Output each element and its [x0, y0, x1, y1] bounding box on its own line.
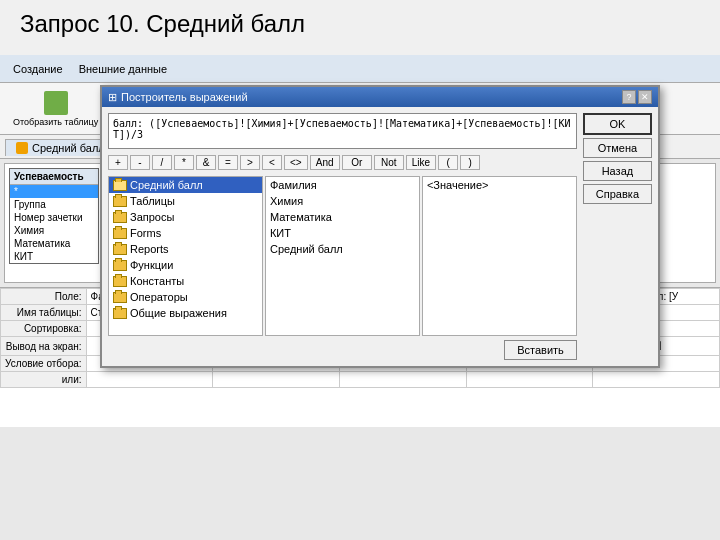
tree-col-2[interactable]: Фамилия Химия Математика КИТ Средний бал	[265, 176, 420, 336]
tree-item-tablitsy[interactable]: Таблицы	[109, 193, 262, 209]
dialog-action-buttons: OK Отмена Назад Справка	[583, 113, 652, 360]
folder-icon-forms	[113, 228, 127, 239]
folder-icon-reports	[113, 244, 127, 255]
tree-col-3[interactable]: <Значение>	[422, 176, 577, 336]
op-lparen[interactable]: (	[438, 155, 458, 170]
op-lt[interactable]: <	[262, 155, 282, 170]
op-plus[interactable]: +	[108, 155, 128, 170]
dialog-bottom-buttons: Вставить	[108, 340, 577, 360]
insert-button[interactable]: Вставить	[504, 340, 577, 360]
tree-label-himiya: Химия	[270, 195, 303, 207]
tree-label-familiya: Фамилия	[270, 179, 317, 191]
folder-open-icon	[113, 180, 127, 191]
tree-item-kit[interactable]: КИТ	[266, 225, 419, 241]
tree-label-kit: КИТ	[270, 227, 291, 239]
dialog-title-left: ⊞ Построитель выражений	[108, 91, 248, 104]
dialog-window-buttons: ? ✕	[622, 90, 652, 104]
operator-row: + - / * & = > < <> And Or Not Like ( )	[108, 155, 577, 170]
tree-area: Средний балл Таблицы Запросы Forms	[108, 176, 577, 336]
tree-item-matematika[interactable]: Математика	[266, 209, 419, 225]
op-minus[interactable]: -	[130, 155, 150, 170]
folder-icon-tablitsy	[113, 196, 127, 207]
tree-item-himiya[interactable]: Химия	[266, 193, 419, 209]
dialog-title-bar: ⊞ Построитель выражений ? ✕	[102, 87, 658, 107]
op-gt[interactable]: >	[240, 155, 260, 170]
tree-label-tablitsy: Таблицы	[130, 195, 175, 207]
op-multiply[interactable]: *	[174, 155, 194, 170]
folder-icon-funkcii	[113, 260, 127, 271]
tree-label-sredball: Средний балл	[270, 243, 343, 255]
op-ne[interactable]: <>	[284, 155, 308, 170]
folder-icon-konstanty	[113, 276, 127, 287]
tree-item-value[interactable]: <Значение>	[423, 177, 576, 193]
op-or[interactable]: Or	[342, 155, 372, 170]
tree-item-sredний-балл[interactable]: Средний балл	[109, 177, 262, 193]
dialog-overlay: ⊞ Построитель выражений ? ✕ балл: ([Успе…	[0, 55, 720, 540]
op-and[interactable]: And	[310, 155, 340, 170]
folder-icon-obshie	[113, 308, 127, 319]
op-amp[interactable]: &	[196, 155, 216, 170]
dialog-help-btn[interactable]: ?	[622, 90, 636, 104]
dialog-main: балл: ([Успеваемость]![Химия]+[Успеваемо…	[108, 113, 577, 360]
cancel-button[interactable]: Отмена	[583, 138, 652, 158]
expression-area[interactable]: балл: ([Успеваемость]![Химия]+[Успеваемо…	[108, 113, 577, 149]
tree-label-reports: Reports	[130, 243, 169, 255]
tree-item-familiya[interactable]: Фамилия	[266, 177, 419, 193]
tree-label-value: <Значение>	[427, 179, 489, 191]
dialog-title-icon: ⊞	[108, 91, 117, 104]
ok-button[interactable]: OK	[583, 113, 652, 135]
dialog-close-btn[interactable]: ✕	[638, 90, 652, 104]
folder-icon-zaprosy	[113, 212, 127, 223]
op-eq[interactable]: =	[218, 155, 238, 170]
tree-label-matematika: Математика	[270, 211, 332, 223]
tree-item-obshie[interactable]: Общие выражения	[109, 305, 262, 321]
dialog-content: балл: ([Успеваемость]![Химия]+[Успеваемо…	[102, 107, 658, 366]
tree-label-forms: Forms	[130, 227, 161, 239]
page-title: Запрос 10. Средний балл	[0, 0, 720, 48]
tree-label-operatory: Операторы	[130, 291, 188, 303]
tree-item-sredball[interactable]: Средний балл	[266, 241, 419, 257]
tree-item-reports[interactable]: Reports	[109, 241, 262, 257]
tree-item-forms[interactable]: Forms	[109, 225, 262, 241]
op-divide[interactable]: /	[152, 155, 172, 170]
tree-label-konstanty: Константы	[130, 275, 184, 287]
dialog-title-text: Построитель выражений	[121, 91, 248, 103]
tree-item-operatory[interactable]: Операторы	[109, 289, 262, 305]
op-rparen[interactable]: )	[460, 155, 480, 170]
tree-label-obshie: Общие выражения	[130, 307, 227, 319]
expression-builder-dialog: ⊞ Построитель выражений ? ✕ балл: ([Успе…	[100, 85, 660, 368]
back-button[interactable]: Назад	[583, 161, 652, 181]
tree-label-zaprosy: Запросы	[130, 211, 174, 223]
tree-item-konstanty[interactable]: Константы	[109, 273, 262, 289]
tree-label-sredний-балл: Средний балл	[130, 179, 203, 191]
tree-item-funkcii[interactable]: Функции	[109, 257, 262, 273]
folder-icon-operatory	[113, 292, 127, 303]
help-button[interactable]: Справка	[583, 184, 652, 204]
op-like[interactable]: Like	[406, 155, 436, 170]
op-not[interactable]: Not	[374, 155, 404, 170]
tree-col-1[interactable]: Средний балл Таблицы Запросы Forms	[108, 176, 263, 336]
tree-item-zaprosy[interactable]: Запросы	[109, 209, 262, 225]
tree-label-funkcii: Функции	[130, 259, 173, 271]
